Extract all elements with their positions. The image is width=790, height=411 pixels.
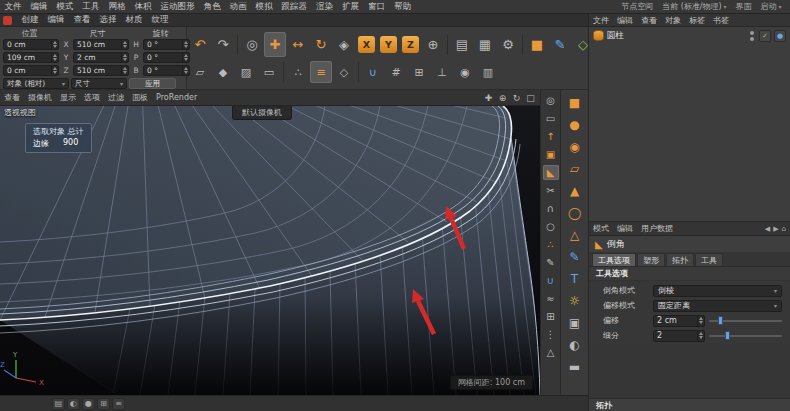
spinner[interactable] bbox=[121, 40, 128, 49]
brush-icon[interactable]: ✎ bbox=[543, 255, 559, 270]
menu-extensions[interactable]: 扩展 bbox=[338, 0, 364, 13]
axis-modify-icon[interactable]: ⊥ bbox=[431, 61, 453, 83]
submenu-create[interactable]: 创建 bbox=[17, 14, 43, 26]
spinner[interactable] bbox=[697, 316, 704, 326]
render-view-icon[interactable]: ▤ bbox=[451, 32, 473, 57]
menu-animate[interactable]: 动画 bbox=[225, 0, 251, 13]
rotation-b-field[interactable]: 0 ° bbox=[143, 65, 190, 76]
edges-mode-icon[interactable]: ≡ bbox=[310, 61, 332, 83]
size-x-field[interactable]: 510 cm bbox=[73, 39, 129, 50]
plane-primitive-icon[interactable]: ▱ bbox=[564, 159, 586, 178]
offset-slider[interactable] bbox=[709, 315, 782, 326]
menu-simulate[interactable]: 模拟 bbox=[251, 0, 277, 13]
menu-mode[interactable]: 模式 bbox=[52, 0, 78, 13]
subdivision-field[interactable]: 2 bbox=[653, 330, 705, 342]
orbit-view-icon[interactable]: ↻ bbox=[510, 91, 523, 104]
history-back-icon[interactable]: ◀ bbox=[765, 225, 770, 233]
select-icon[interactable]: ◎ bbox=[543, 93, 559, 108]
render-picture-viewer-icon[interactable]: ▦ bbox=[474, 32, 496, 57]
menu-mograph[interactable]: 运动图形 bbox=[156, 0, 199, 13]
vp-menu-display[interactable]: 显示 bbox=[56, 92, 80, 103]
om-menu-bookmarks[interactable]: 书签 bbox=[709, 15, 733, 26]
pan-view-icon[interactable]: ✚ bbox=[482, 91, 495, 104]
extrude-icon[interactable]: ↑ bbox=[543, 129, 559, 144]
object-mode-dropdown[interactable]: 对象 (相对) bbox=[3, 78, 69, 89]
spinner[interactable] bbox=[121, 53, 128, 62]
close-hole-icon[interactable]: ○ bbox=[543, 219, 559, 234]
undo-icon[interactable]: ↶ bbox=[189, 32, 211, 57]
coordinates-icon[interactable]: ⊞ bbox=[97, 398, 110, 410]
smooth-shift-icon[interactable]: ≈ bbox=[543, 291, 559, 306]
tab-shaping[interactable]: 塑形 bbox=[637, 253, 665, 266]
coord-system-icon[interactable]: ⊕ bbox=[422, 32, 444, 57]
y-axis-lock-button[interactable]: Y bbox=[380, 36, 397, 53]
bevel-mode-dropdown[interactable]: 倒棱 bbox=[653, 285, 782, 297]
tool-options-section-header[interactable]: 工具选项 bbox=[589, 267, 790, 281]
rotate-tool-icon[interactable]: ↻ bbox=[310, 32, 332, 57]
live-selection-icon[interactable]: ◎ bbox=[241, 32, 263, 57]
array-icon[interactable]: ⋮ bbox=[543, 327, 559, 342]
layout-select[interactable]: 启动 bbox=[756, 0, 786, 13]
submenu-select[interactable]: 选择 bbox=[95, 14, 121, 26]
layers-icon[interactable]: ≡ bbox=[112, 398, 125, 410]
floor-icon[interactable]: ▬ bbox=[564, 357, 586, 376]
spline-pen-icon[interactable]: ✎ bbox=[564, 247, 586, 266]
polygons-mode-icon[interactable]: ◇ bbox=[333, 61, 355, 83]
light-icon[interactable]: ☼ bbox=[564, 291, 586, 310]
magnet-icon[interactable]: ∪ bbox=[543, 273, 559, 288]
topology-section-header[interactable]: 拓扑 bbox=[589, 398, 790, 411]
cone-primitive-icon[interactable]: ▲ bbox=[564, 181, 586, 200]
materials-icon[interactable]: ◐ bbox=[67, 398, 80, 410]
sphere-primitive-icon[interactable]: ● bbox=[564, 115, 586, 134]
zoom-view-icon[interactable]: ⊕ bbox=[496, 91, 509, 104]
viewport-3d-canvas[interactable]: X Y Z 透视视图 默认摄像机 选取对象 总计 边缘 900 bbox=[0, 106, 540, 395]
optimize-icon[interactable]: △ bbox=[543, 345, 559, 360]
submenu-texture[interactable]: 纹理 bbox=[147, 14, 173, 26]
spinner[interactable] bbox=[51, 53, 58, 62]
workplane-mode-icon[interactable]: ▭ bbox=[258, 61, 280, 83]
submenu-material[interactable]: 材质 bbox=[121, 14, 147, 26]
last-tool-icon[interactable]: ◈ bbox=[333, 32, 355, 57]
submenu-view[interactable]: 查看 bbox=[69, 14, 95, 26]
spinner[interactable] bbox=[697, 331, 704, 341]
subdivision-slider[interactable] bbox=[709, 330, 782, 341]
torus-primitive-icon[interactable]: ◯ bbox=[564, 203, 586, 222]
submenu-edit[interactable]: 编辑 bbox=[43, 14, 69, 26]
spinner[interactable] bbox=[51, 66, 58, 75]
camera-icon[interactable]: ▣ bbox=[564, 313, 586, 332]
position-x-field[interactable]: 0 cm bbox=[3, 39, 59, 50]
make-editable-icon[interactable]: ▱ bbox=[189, 61, 211, 83]
pyramid-primitive-icon[interactable]: △ bbox=[564, 225, 586, 244]
matrix-icon[interactable]: ⊞ bbox=[543, 309, 559, 324]
om-menu-tags[interactable]: 标签 bbox=[685, 15, 709, 26]
menu-help[interactable]: 帮助 bbox=[390, 0, 416, 13]
spinner[interactable] bbox=[121, 66, 128, 75]
bevel-tool-icon[interactable]: ◣ bbox=[543, 165, 559, 180]
z-axis-lock-button[interactable]: Z bbox=[402, 36, 419, 53]
attr-menu-mode[interactable]: 模式 bbox=[589, 223, 613, 234]
move-tool-icon[interactable]: ✚ bbox=[264, 32, 286, 57]
phong-tag-icon[interactable]: ● bbox=[774, 30, 786, 42]
display-filter-icon[interactable]: ▥ bbox=[477, 61, 499, 83]
material-preview-icon[interactable]: ● bbox=[82, 398, 95, 410]
cylinder-primitive-icon[interactable]: ◉ bbox=[564, 137, 586, 156]
vp-menu-prorender[interactable]: ProRender bbox=[152, 93, 201, 102]
size-mode-dropdown[interactable]: 尺寸 bbox=[71, 78, 127, 89]
menu-window[interactable]: 窗口 bbox=[364, 0, 390, 13]
menu-edit[interactable]: 编辑 bbox=[26, 0, 52, 13]
home-icon[interactable]: ⌂ bbox=[782, 225, 786, 233]
offset-mode-dropdown[interactable]: 固定距离 bbox=[653, 300, 782, 312]
interface-label[interactable]: 界面 bbox=[731, 0, 756, 13]
om-menu-object[interactable]: 对象 bbox=[661, 15, 685, 26]
object-name[interactable]: 圆柱 bbox=[607, 30, 624, 42]
menu-volume[interactable]: 体积 bbox=[130, 0, 156, 13]
cube-primitive-icon[interactable]: ■ bbox=[564, 93, 586, 112]
x-axis-lock-button[interactable]: X bbox=[358, 36, 375, 53]
apply-button[interactable]: 应用 bbox=[129, 78, 176, 89]
marquee-select-icon[interactable]: ▭ bbox=[543, 111, 559, 126]
visibility-dots[interactable] bbox=[750, 31, 754, 41]
snap-toggle-icon[interactable]: ∪ bbox=[362, 61, 384, 83]
attr-menu-userdata[interactable]: 用户数据 bbox=[637, 223, 677, 234]
attr-menu-edit[interactable]: 编辑 bbox=[613, 223, 637, 234]
texture-mode-icon[interactable]: ▨ bbox=[235, 61, 257, 83]
